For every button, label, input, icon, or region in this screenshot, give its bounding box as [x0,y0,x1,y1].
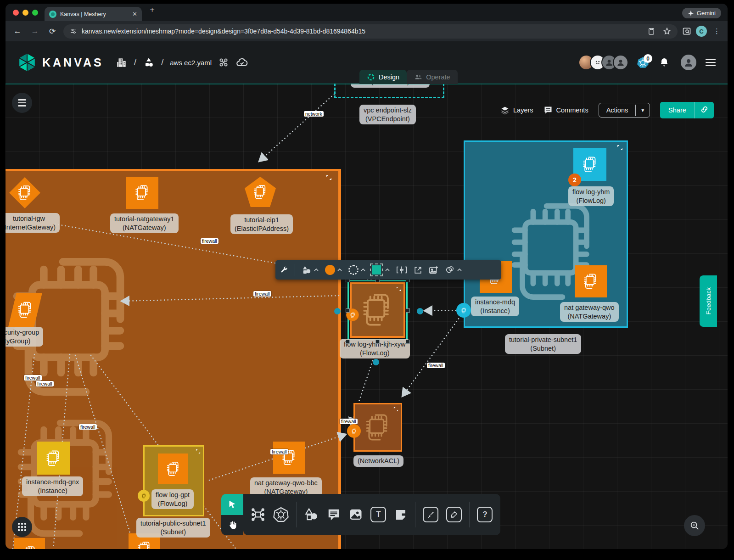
rename-tool[interactable] [396,266,407,274]
layers-button[interactable]: Layers [500,106,533,115]
color-tool[interactable] [325,265,342,275]
node-label-private-subnet[interactable]: tutorial-private-subnet1 (Subnet) [505,334,581,354]
components-tool[interactable] [251,507,265,522]
node-label-instance-mdq-gnx[interactable]: instance-mdq-gnx (Instance) [22,476,83,496]
comments-button[interactable]: Comments [543,106,588,115]
edge-handle-dot[interactable] [417,308,423,314]
close-window-button[interactable] [13,10,19,16]
subnet-edge-badge[interactable] [456,303,471,318]
tab-design[interactable]: Design [359,70,407,84]
new-tab-button[interactable]: ＋ [148,4,156,15]
configure-wrench-icon[interactable] [280,266,288,274]
browser-profile-avatar[interactable]: C [696,26,707,37]
node-label-nat-gateway-qwo[interactable]: nat gateway-qwo (NATGateway) [560,302,619,322]
forward-button[interactable]: → [28,27,41,36]
node-label-flow-log-gpt[interactable]: flow log-gpt (FlowLog) [151,489,194,509]
fill-style-tool[interactable] [372,265,390,274]
node-label-instance-mdq[interactable]: instance-mdq (Instance) [471,297,519,316]
node-nat-gateway-qwo-bbc[interactable] [273,442,305,474]
side-panel-search-icon[interactable] [682,27,691,36]
node-badge-icon[interactable] [138,490,150,502]
bookmark-star-icon[interactable] [663,27,671,35]
pan-tool-button[interactable] [221,515,243,535]
pen-tool[interactable] [423,507,438,522]
actions-button[interactable]: Actions ▼ [599,103,650,118]
browser-menu-icon[interactable]: ⋮ [713,27,720,35]
node-nat-gateway-qwo[interactable] [575,265,607,297]
node-instance-mdq-gnx[interactable] [37,442,70,475]
note-tool[interactable] [394,508,408,521]
shortcuts-icon[interactable] [218,57,229,68]
organization-icon[interactable] [116,56,128,68]
node-badge-icon[interactable] [347,424,361,438]
collapse-icon[interactable] [196,449,201,454]
zoom-window-button[interactable] [32,10,38,16]
minimize-window-button[interactable] [22,10,28,16]
text-tool[interactable]: T [370,507,386,522]
shapes-tool[interactable] [302,265,319,274]
node-partial[interactable] [14,538,45,549]
widgets-grid-button[interactable] [12,517,32,537]
back-button[interactable]: ← [11,27,24,36]
node-flowlog-selected[interactable] [350,282,405,338]
canvas-menu-button[interactable] [12,93,32,113]
node-label-public-subnet[interactable]: tutorial-public-subnet1 (Subnet) [136,518,210,538]
comment-tool[interactable] [326,508,341,521]
design-canvas[interactable]: network firewall firewall firewall firew… [6,84,728,549]
actions-dropdown-caret[interactable]: ▼ [635,105,650,116]
workspace-shapes-icon[interactable] [143,56,155,68]
node-natgateway1[interactable] [126,177,158,209]
kanvas-brand[interactable]: KANVAS [17,53,104,72]
selection-handle[interactable] [346,340,350,344]
add-image-icon[interactable] [429,266,438,274]
collapse-icon[interactable] [396,286,401,291]
user-avatar[interactable] [680,54,697,71]
node-label-igw[interactable]: tutorial-igw (InternetGateway) [6,213,60,233]
node-label-routetable[interactable]: (RouteTable) [351,84,430,88]
open-in-new-icon[interactable] [414,266,422,274]
gemini-button[interactable]: Gemini [682,8,721,18]
site-settings-icon[interactable] [70,28,77,35]
pencil-tool[interactable] [446,507,462,522]
feedback-tab[interactable]: Feedback [700,275,717,327]
help-tool[interactable]: ? [477,507,493,522]
shapes-tool[interactable] [304,508,319,521]
select-tool-button[interactable] [221,494,243,515]
node-label-flow-log-yhm[interactable]: flow log-yhm (FlowLog) [568,186,614,206]
border-style-tool[interactable] [348,265,365,275]
notifications-bell-icon[interactable] [659,57,670,68]
share-button[interactable]: Share [660,102,714,118]
browser-tab[interactable]: Kanvas | Meshery ✕ [45,7,142,21]
environment-badge[interactable]: 0 [637,56,650,68]
node-label-vpc-endpoint[interactable]: vpc endpoint-slz (VPCEndpoint) [359,105,416,124]
collapse-icon[interactable] [393,407,398,412]
reload-button[interactable]: ⟳ [46,27,59,36]
edge-handle-dot[interactable] [334,308,341,314]
image-tool[interactable] [348,508,363,521]
selection-handle[interactable] [406,308,410,313]
share-link-icon[interactable] [695,102,714,118]
selection-handle[interactable] [406,340,410,344]
zoom-search-button[interactable] [684,515,705,536]
edge-handle-dot[interactable] [373,359,379,365]
kubernetes-tool[interactable] [273,507,289,522]
node-label-security-group[interactable]: tutorial-security-group (SecurityGroup) [6,327,43,347]
node-count-badge[interactable]: 2 [568,174,581,186]
edge-label-firewall: firewall [36,381,54,386]
app-menu-icon[interactable] [706,59,716,66]
url-bar[interactable]: kanvas.new/extension/meshmap?mode=design… [63,24,678,39]
node-label-flowlog-selected[interactable]: flow log-yhm-kjh-xyw (FlowLog) [340,339,410,358]
collaborator-avatar[interactable] [613,55,628,70]
group-tool[interactable] [445,265,462,274]
tab-close-icon[interactable]: ✕ [132,11,137,17]
node-network-acl[interactable] [353,403,402,452]
selection-handle[interactable] [375,340,380,344]
node-label-eip1[interactable]: tutorial-eip1 (ElasticIPAddress) [230,214,293,234]
node-label-natgateway1[interactable]: tutorial-natgateway1 (NATGateway) [110,213,179,233]
selection-handle[interactable] [346,308,350,313]
design-file-name[interactable]: aws ec2.yaml [170,59,212,67]
tab-operate[interactable]: Operate [407,70,457,84]
save-icon[interactable] [647,27,656,35]
node-label-network-acl[interactable]: (NetworkACL) [353,455,403,467]
node-flow-log-gpt[interactable] [158,454,188,484]
